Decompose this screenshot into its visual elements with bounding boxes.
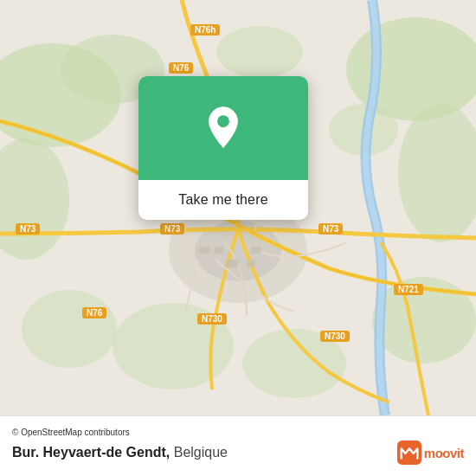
bottom-bar: © OpenStreetMap contributors Bur. Heyvae… xyxy=(0,415,476,476)
location-name: Bur. Heyvaert-de Gendt, xyxy=(12,445,170,460)
road-label-n73-right: N73 xyxy=(318,223,343,235)
location-pin-icon xyxy=(201,106,246,151)
road-label-n76-bottom: N76 xyxy=(82,307,106,318)
road-label-n73-center: N73 xyxy=(160,223,184,235)
svg-point-11 xyxy=(216,26,303,78)
svg-rect-14 xyxy=(199,247,209,254)
svg-rect-15 xyxy=(215,247,223,254)
map-container: N76h N76 N73 N73 N73 N76 N730 N730 N721 … xyxy=(0,0,476,415)
road-label-n730-right: N730 xyxy=(320,331,350,342)
svg-rect-17 xyxy=(225,260,238,267)
road-label-n76h: N76h xyxy=(190,24,220,35)
popup-button-area[interactable]: Take me there xyxy=(138,180,308,220)
svg-point-9 xyxy=(22,290,117,368)
road-label-n730-left: N730 xyxy=(197,313,227,325)
svg-rect-18 xyxy=(247,260,255,267)
country-name: Belgique xyxy=(174,445,228,460)
popup-tail xyxy=(212,219,235,220)
location-full-name: Bur. Heyvaert-de Gendt, Belgique xyxy=(12,445,228,460)
popup-green-area xyxy=(138,76,308,180)
popup-card: Take me there xyxy=(138,76,308,220)
location-name-row: Bur. Heyvaert-de Gendt, Belgique moovit xyxy=(12,441,464,465)
svg-rect-16 xyxy=(251,247,261,254)
road-label-n73-left: N73 xyxy=(16,223,40,235)
moovit-logo: moovit xyxy=(397,441,464,465)
svg-point-19 xyxy=(217,115,229,127)
road-label-n721: N721 xyxy=(394,284,423,295)
moovit-icon xyxy=(397,441,421,465)
take-me-there-button[interactable]: Take me there xyxy=(178,192,267,208)
road-label-n76: N76 xyxy=(169,62,193,74)
moovit-text: moovit xyxy=(424,446,464,460)
osm-attribution: © OpenStreetMap contributors xyxy=(12,428,464,437)
